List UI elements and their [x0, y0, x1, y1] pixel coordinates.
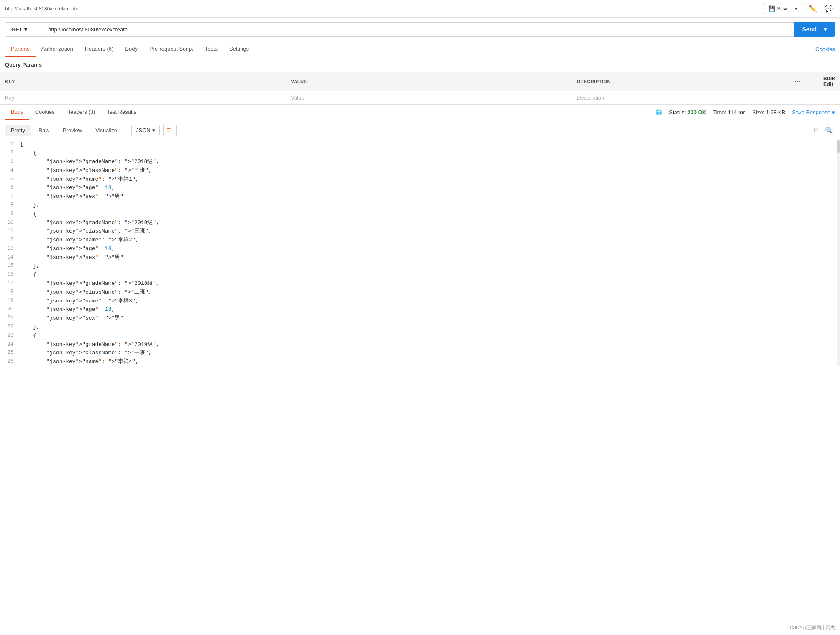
- response-tab-test-results[interactable]: Test Results: [101, 105, 142, 120]
- line-content: },: [20, 323, 840, 332]
- line-number: 16: [0, 271, 20, 279]
- line-content: "json-key">"gradeName": ">"2019级",: [20, 341, 840, 349]
- line-content: "json-key">"gradeName": ">"2018级",: [20, 279, 840, 288]
- json-container: 1[2 {3 "json-key">"gradeName": ">"2018级"…: [0, 140, 840, 366]
- method-select[interactable]: GET ▾: [5, 22, 43, 37]
- tab-authorization[interactable]: Authorization: [36, 41, 79, 57]
- json-line: 22 },: [0, 323, 840, 332]
- key-input-cell[interactable]: Key: [0, 91, 286, 105]
- line-content: "json-key">"gradeName": ">"2019级",: [20, 219, 840, 228]
- format-type-select[interactable]: JSON ▾: [131, 125, 160, 136]
- json-line: 9 {: [0, 210, 840, 219]
- line-content: "json-key">"age": 18,: [20, 184, 840, 192]
- line-content: {: [20, 210, 840, 219]
- format-bar-right: ⧉ 🔍: [812, 125, 835, 136]
- line-number: 23: [0, 332, 20, 340]
- json-line: 25 "json-key">"className": ">"一班",: [0, 349, 840, 358]
- col-header-key: KEY: [0, 72, 286, 91]
- line-number: 11: [0, 227, 20, 235]
- line-number: 25: [0, 349, 20, 357]
- send-group: Send ▾: [794, 22, 835, 37]
- tab-body[interactable]: Body: [119, 41, 143, 57]
- line-content: {: [20, 332, 840, 341]
- line-number: 15: [0, 262, 20, 270]
- save-button[interactable]: 💾 Save ▾: [763, 3, 803, 14]
- line-number: 14: [0, 253, 20, 261]
- json-line: 20 "json-key">"age": 18,: [0, 305, 840, 314]
- line-number: 2: [0, 149, 20, 157]
- line-number: 12: [0, 236, 20, 244]
- format-tab-preview[interactable]: Preview: [57, 125, 88, 136]
- format-type-caret: ▾: [152, 127, 155, 133]
- col-header-actions: •••: [777, 72, 818, 91]
- line-content: "json-key">"className": ">"三班",: [20, 166, 840, 175]
- line-content: "json-key">"name": ">"李祥2",: [20, 236, 840, 245]
- json-line: 8 },: [0, 201, 840, 210]
- tab-params[interactable]: Params: [5, 41, 36, 57]
- line-number: 10: [0, 219, 20, 227]
- line-content: "json-key">"className": ">"一班",: [20, 349, 840, 358]
- json-line: 14 "json-key">"sex": ">"男": [0, 253, 840, 262]
- request-row: GET ▾ Send ▾: [0, 18, 840, 41]
- scroll-strip[interactable]: [837, 140, 840, 366]
- key-placeholder: Key: [5, 95, 14, 101]
- send-button[interactable]: Send ▾: [794, 22, 835, 37]
- top-bar-actions: 💾 Save ▾ ✏️ 💬: [763, 3, 835, 15]
- save-response-caret: ▾: [832, 109, 835, 115]
- json-line: 11 "json-key">"className": ">"三班",: [0, 227, 840, 236]
- filter-icon-button[interactable]: ≡↑: [163, 124, 177, 136]
- line-content: [: [20, 140, 840, 149]
- response-tabs-bar: Body Cookies Headers (3) Test Results 🌐 …: [0, 105, 840, 120]
- tab-headers[interactable]: Headers (6): [79, 41, 120, 57]
- search-icon-button[interactable]: 🔍: [823, 125, 835, 136]
- line-content: {: [20, 149, 840, 158]
- format-tab-raw[interactable]: Raw: [33, 125, 55, 136]
- tab-tests[interactable]: Tests: [199, 41, 223, 57]
- response-tab-headers[interactable]: Headers (3): [61, 105, 101, 120]
- method-caret: ▾: [24, 26, 27, 33]
- tab-pre-request[interactable]: Pre-request Script: [143, 41, 199, 57]
- format-tab-pretty[interactable]: Pretty: [5, 125, 31, 136]
- comment-icon-button[interactable]: 💬: [822, 3, 835, 15]
- line-number: 7: [0, 192, 20, 200]
- edit-icon-button[interactable]: ✏️: [807, 3, 819, 15]
- query-params-title: Query Params: [0, 57, 840, 72]
- col-header-desc: DESCRIPTION: [572, 72, 777, 91]
- json-line: 7 "json-key">"sex": ">"男": [0, 192, 840, 201]
- desc-placeholder: Description: [577, 95, 604, 101]
- scroll-thumb[interactable]: [837, 140, 840, 153]
- response-status-area: 🌐 Status: 200 OK Time: 114 ms Size: 1.68…: [656, 109, 835, 115]
- save-icon: 💾: [768, 5, 775, 12]
- bulk-edit-btn[interactable]: Bulk Edit: [818, 72, 840, 91]
- line-number: 4: [0, 166, 20, 174]
- time-label: Time: 114 ms: [713, 109, 745, 115]
- params-table: KEY VALUE DESCRIPTION ••• Bulk Edit Key …: [0, 72, 840, 105]
- line-content: "json-key">"className": ">"三班",: [20, 227, 840, 236]
- line-content: "json-key">"name": ">"李祥1",: [20, 175, 840, 184]
- line-number: 17: [0, 279, 20, 287]
- url-input[interactable]: [43, 22, 794, 37]
- response-tab-body[interactable]: Body: [5, 105, 29, 120]
- json-viewer: 1[2 {3 "json-key">"gradeName": ">"2018级"…: [0, 140, 840, 366]
- copy-icon-button[interactable]: ⧉: [812, 125, 820, 136]
- response-tab-cookies[interactable]: Cookies: [29, 105, 61, 120]
- status-label: Status: 200 OK: [669, 109, 706, 115]
- cookies-link[interactable]: Cookies: [815, 42, 835, 56]
- line-content: },: [20, 201, 840, 210]
- save-response-button[interactable]: Save Response ▾: [792, 109, 835, 115]
- globe-icon: 🌐: [656, 109, 662, 115]
- tab-settings[interactable]: Settings: [223, 41, 255, 57]
- save-caret-icon: ▾: [792, 5, 798, 12]
- send-caret-icon: ▾: [820, 26, 827, 33]
- json-line: 18 "json-key">"className": ">"二班",: [0, 288, 840, 297]
- format-tab-visualize[interactable]: Visualize: [90, 125, 123, 136]
- top-bar: http://localhost:8080/excel/create 💾 Sav…: [0, 0, 840, 18]
- desc-input-cell[interactable]: Description: [572, 91, 777, 105]
- size-label: Size: 1.68 KB: [752, 109, 785, 115]
- json-line: 5 "json-key">"name": ">"李祥1",: [0, 175, 840, 184]
- json-line: 24 "json-key">"gradeName": ">"2019级",: [0, 341, 840, 349]
- line-content: "json-key">"age": 18,: [20, 245, 840, 253]
- value-input-cell[interactable]: Value: [286, 91, 572, 105]
- col-header-value: VALUE: [286, 72, 572, 91]
- tabs-right: Cookies: [815, 46, 835, 52]
